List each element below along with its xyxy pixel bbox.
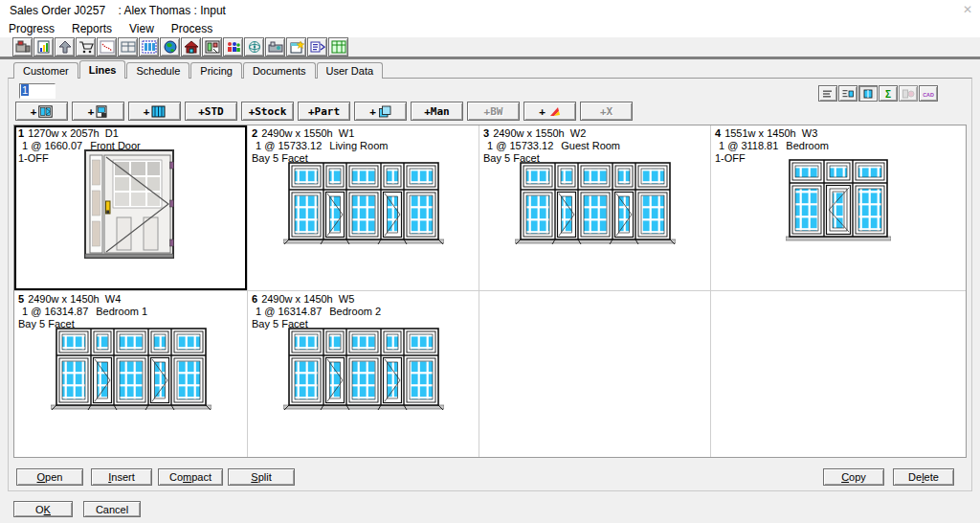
production-icon[interactable] [12,37,33,57]
menu-progress[interactable]: Progress [0,21,63,37]
add-stock-button[interactable]: +Stock [241,102,294,121]
new-window-icon[interactable] [286,37,306,57]
line-item-5[interactable]: 52490w x 1450hW4 1 @ 16314.87Bedroom 1 B… [14,291,248,457]
ok-button[interactable]: OK [13,501,73,517]
frame-icon [38,105,53,118]
line-item-1[interactable]: 11270w x 2057hD1 1 @ 1660.07Front Door 1… [14,125,248,291]
bay-window-drawing [14,327,247,411]
picture-view-icon[interactable] [858,85,878,102]
home-icon[interactable] [181,37,201,57]
batch-icon[interactable] [139,37,159,57]
window-title: Sales Order J0257 : Alex Thomas : Input [10,4,226,17]
bay-window-drawing [479,161,710,245]
cad-icon[interactable]: CAD [919,85,938,102]
menu-process[interactable]: Process [163,21,221,37]
list-view-icon[interactable] [818,85,837,102]
sum-icon[interactable]: Σ [879,85,898,102]
add-x-button: +X [580,102,633,121]
add-frame-button[interactable]: + [15,102,68,121]
copy-button[interactable]: Copy [823,468,884,486]
progress-chart-icon[interactable] [97,37,117,57]
report-chart-icon[interactable] [33,37,54,57]
bay-window-drawing [248,161,479,245]
close-icon[interactable]: ✕ [963,3,972,16]
add-grid-button[interactable]: + [128,102,181,121]
purchase-cart-icon[interactable] [76,37,96,57]
menu-bar: Progress Reports View Process [0,21,980,37]
add-man-button[interactable]: +Man [411,102,463,121]
add-glass-button[interactable]: + [354,102,407,121]
tab-schedule[interactable]: Schedule [126,62,189,79]
add-std-button[interactable]: +STD [185,102,237,121]
delete-button[interactable]: Delete [893,468,954,486]
network-icon[interactable] [244,37,264,57]
grid-icon [151,105,166,118]
stock-icon[interactable] [328,37,348,57]
line-number-input[interactable]: 1 [19,83,56,99]
svg-text:CAD: CAD [923,91,934,97]
toolbar-divider [0,57,980,59]
window-drawing [711,158,966,242]
menu-view[interactable]: View [121,21,163,37]
tab-strip: Customer Lines Schedule Pricing Document… [13,60,384,79]
glass-icon [378,105,391,118]
list-picture-view-icon[interactable] [838,85,858,102]
menu-reports[interactable]: Reports [63,21,121,37]
view-buttons-row: Σ CAD [818,85,939,102]
main-toolbar [0,37,980,57]
machining-icon[interactable] [265,37,285,57]
query-icon[interactable] [307,37,327,57]
title-bar: Sales Order J0257 : Alex Thomas : Input … [0,0,980,21]
insert-button[interactable]: Insert [91,468,152,486]
line-item-4[interactable]: 41551w x 1450hW3 1 @ 3118.81Bedroom 1-OF… [711,125,966,291]
empty-cell[interactable] [711,291,966,457]
tab-user-data[interactable]: User Data [317,62,384,79]
sash-icon [96,105,108,118]
door-drawing [14,148,247,262]
upload-icon[interactable] [55,37,75,57]
tab-documents[interactable]: Documents [243,62,316,79]
add-bw-button: +BW [467,102,520,121]
cancel-button[interactable]: Cancel [83,501,141,517]
compact-button[interactable]: Compact [158,468,223,486]
line-item-6[interactable]: 62490w x 1450hW5 1 @ 16314.87Bedroom 2 B… [248,291,479,457]
world-icon[interactable] [160,37,180,57]
add-buttons-row: + + + +STD +Stock +Part + +Man +BW + +X [15,102,636,121]
split-button[interactable]: Split [228,468,295,486]
line-item-3[interactable]: 32490w x 1550hW2 1 @ 15733.12Guest Room … [479,125,711,291]
flag-icon [547,105,561,118]
users-icon[interactable] [223,37,243,57]
svg-text:Σ: Σ [885,88,891,99]
empty-cell[interactable] [479,291,711,457]
tab-lines[interactable]: Lines [79,60,126,79]
tally-icon [899,85,918,102]
tab-customer[interactable]: Customer [13,62,78,79]
lines-grid: 11270w x 2057hD1 1 @ 1660.07Front Door 1… [13,125,967,458]
table-icon[interactable] [118,37,138,57]
open-button[interactable]: Open [16,468,83,486]
line-number-value: 1 [21,84,29,96]
add-flag-button[interactable]: + [523,102,576,121]
add-part-button[interactable]: +Part [298,102,350,121]
bay-window-drawing [248,327,479,411]
line-item-2[interactable]: 22490w x 1550hW1 1 @ 15733.12Living Room… [248,125,479,291]
survey-icon[interactable] [202,37,222,57]
tab-pricing[interactable]: Pricing [190,62,242,79]
add-sash-button[interactable]: + [72,102,124,121]
